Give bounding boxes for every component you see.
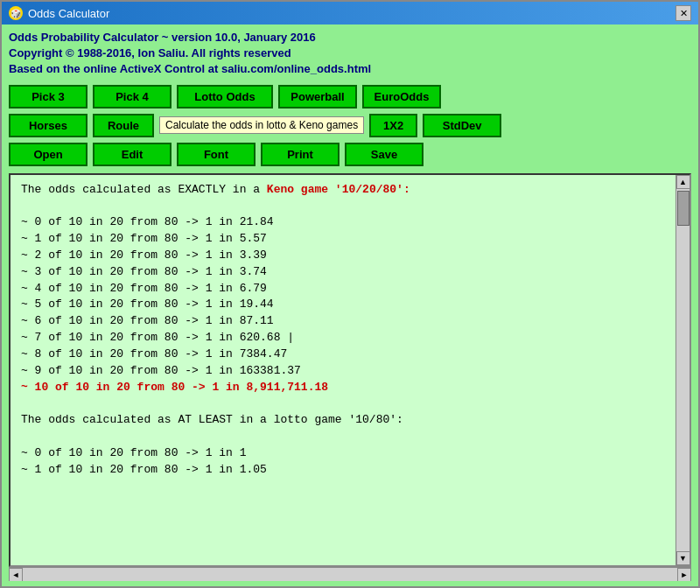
scroll-left-button[interactable]: ◄ [9, 568, 23, 582]
output-line-4: ~ 4 of 10 in 20 from 80 -> 1 in 6.79 [21, 282, 267, 295]
toolbar-row3: Open Edit Font Print Save [9, 143, 691, 166]
output-line-1: ~ 1 of 10 in 20 from 80 -> 1 in 5.57 [21, 232, 267, 245]
window-title: Odds Calculator [28, 7, 109, 20]
powerball-button[interactable]: Powerball [278, 85, 357, 108]
output-at-least-header: The odds calculated as AT LEAST in a lot… [21, 413, 403, 426]
output-line-8: ~ 8 of 10 in 20 from 80 -> 1 in 7384.47 [21, 347, 287, 360]
save-button[interactable]: Save [345, 143, 424, 166]
output-line-0: ~ 0 of 10 in 20 from 80 -> 1 in 21.84 [21, 215, 274, 228]
header-section: Odds Probability Calculator ~ version 10… [9, 30, 691, 78]
output-area: The odds calculated as EXACTLY in a Keno… [9, 173, 691, 567]
pick3-button[interactable]: Pick 3 [9, 85, 88, 108]
euro-odds-button[interactable]: EuroOdds [362, 85, 441, 108]
output-line-3: ~ 3 of 10 in 20 from 80 -> 1 in 3.74 [21, 265, 267, 278]
pick4-button[interactable]: Pick 4 [93, 85, 172, 108]
output-line-5: ~ 5 of 10 in 20 from 80 -> 1 in 19.44 [21, 298, 274, 311]
vertical-scrollbar[interactable]: ▲ ▼ [676, 175, 690, 565]
scroll-up-button[interactable]: ▲ [676, 175, 690, 189]
1x2-button[interactable]: 1X2 [369, 114, 417, 137]
scroll-right-button[interactable]: ► [677, 568, 691, 582]
output-line-9: ~ 9 of 10 in 20 from 80 -> 1 in 163381.3… [21, 364, 301, 377]
roulette-button[interactable]: Roule [93, 114, 154, 137]
output-line-2: ~ 2 of 10 in 20 from 80 -> 1 in 3.39 [21, 248, 267, 262]
output-line-7: ~ 7 of 10 in 20 from 80 -> 1 in 620.68 | [21, 331, 294, 344]
output-al-line-1: ~ 1 of 10 in 20 from 80 -> 1 in 1.05 [21, 463, 267, 476]
print-button[interactable]: Print [261, 143, 340, 166]
horizontal-scroll-track [23, 569, 677, 581]
output-al-line-0: ~ 0 of 10 in 20 from 80 -> 1 in 1 [21, 446, 246, 459]
header-line1: Odds Probability Calculator ~ version 10… [9, 30, 691, 46]
horses-button[interactable]: Horses [9, 114, 88, 137]
lotto-odds-button[interactable]: Lotto Odds [177, 85, 273, 108]
tooltip-label: Calculate the odds in lotto & Keno games [159, 116, 364, 134]
horizontal-scrollbar[interactable]: ◄ ► [9, 567, 691, 581]
app-content: Odds Probability Calculator ~ version 10… [2, 24, 698, 586]
open-button[interactable]: Open [9, 143, 88, 166]
header-line2: Copyright © 1988-2016, Ion Saliu. All ri… [9, 46, 691, 61]
font-button[interactable]: Font [177, 143, 256, 166]
app-icon: 🎲 [9, 6, 23, 20]
output-line-6: ~ 6 of 10 in 20 from 80 -> 1 in 87.11 [21, 314, 274, 327]
scroll-down-button[interactable]: ▼ [676, 551, 690, 565]
toolbar-row1: Pick 3 Pick 4 Lotto Odds Powerball EuroO… [9, 85, 691, 108]
main-window: 🎲 Odds Calculator ✕ Odds Probability Cal… [0, 0, 700, 588]
title-bar-left: 🎲 Odds Calculator [9, 6, 109, 20]
toolbar-row2: Horses Roule Calculate the odds in lotto… [9, 114, 691, 137]
edit-button[interactable]: Edit [93, 143, 172, 166]
header-line3: Based on the online ActiveX Control at s… [9, 61, 691, 77]
close-button[interactable]: ✕ [676, 5, 691, 21]
title-bar: 🎲 Odds Calculator ✕ [2, 2, 698, 24]
keno-label: Keno game '10/20/80': [267, 183, 410, 196]
output-container: The odds calculated as EXACTLY in a Keno… [9, 173, 691, 581]
scroll-thumb[interactable] [677, 191, 690, 226]
stddev-button[interactable]: StdDev [423, 114, 501, 137]
output-intro: The odds calculated as EXACTLY in a Keno… [21, 183, 410, 196]
output-text[interactable]: The odds calculated as EXACTLY in a Keno… [10, 175, 676, 565]
output-line-10: ~ 10 of 10 in 20 from 80 -> 1 in 8,911,7… [21, 381, 328, 394]
